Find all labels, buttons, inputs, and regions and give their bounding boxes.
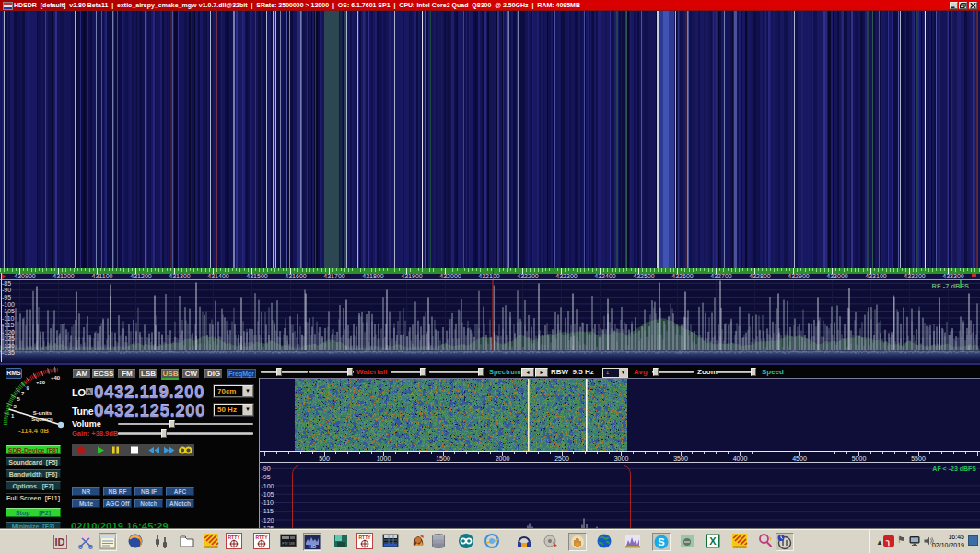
svg-text:-120: -120: [2, 328, 15, 335]
svg-text:1: 1: [11, 412, 15, 418]
svg-text:-135: -135: [2, 349, 15, 356]
svg-text:FTY 588: FTY 588: [282, 542, 294, 546]
svg-text:RF -7 dBFS: RF -7 dBFS: [932, 282, 969, 290]
svg-text:4000: 4000: [733, 455, 748, 462]
svg-text:CWSKIM: CWSKIM: [204, 546, 217, 549]
svg-text:-105: -105: [262, 491, 274, 498]
svg-text:5500: 5500: [911, 455, 926, 462]
svg-text:-120: -120: [262, 517, 274, 524]
svg-text:500: 500: [319, 455, 330, 462]
svg-text:3500: 3500: [673, 455, 688, 462]
svg-text:-100: -100: [262, 483, 274, 489]
svg-text:7: 7: [21, 390, 25, 395]
svg-text:-110: -110: [2, 314, 15, 321]
svg-text:1500: 1500: [436, 455, 450, 462]
svg-text:HD: HD: [309, 544, 317, 549]
svg-text:-105: -105: [2, 308, 15, 314]
svg-text:S-units: S-units: [33, 409, 52, 415]
svg-text:-115: -115: [2, 322, 15, 328]
svg-text:RTTY: RTTY: [228, 535, 240, 540]
svg-text:4500: 4500: [792, 455, 807, 462]
svg-text:3: 3: [14, 403, 18, 408]
svg-text:9: 9: [27, 385, 30, 391]
svg-text:RTTY: RTTY: [255, 535, 268, 540]
svg-text:-110: -110: [262, 500, 274, 506]
svg-text:AF < -23 dBFS: AF < -23 dBFS: [932, 465, 976, 472]
svg-text:-130: -130: [2, 342, 15, 348]
svg-text:+40: +40: [51, 374, 61, 380]
svg-text:-95: -95: [262, 474, 271, 480]
svg-text:-85: -85: [2, 280, 11, 287]
svg-text:-90: -90: [2, 287, 11, 293]
svg-text:-95: -95: [2, 294, 11, 300]
svg-text:-115: -115: [262, 508, 274, 514]
svg-text:5: 5: [18, 396, 21, 402]
svg-text:2500: 2500: [554, 455, 569, 462]
svg-text:1000: 1000: [377, 455, 391, 462]
svg-text:RTTY: RTTY: [358, 535, 371, 540]
svg-text:-100: -100: [2, 300, 15, 307]
svg-text:+20: +20: [36, 379, 46, 384]
svg-text:X: X: [709, 535, 717, 547]
svg-text:2000: 2000: [496, 455, 510, 462]
svg-text:3000: 3000: [614, 455, 629, 462]
svg-text:-125: -125: [2, 335, 15, 342]
svg-text:-90: -90: [262, 465, 271, 472]
svg-text:S: S: [658, 536, 664, 547]
svg-text:5000: 5000: [852, 455, 867, 462]
svg-text:CWSKIM: CWSKIM: [733, 546, 746, 549]
